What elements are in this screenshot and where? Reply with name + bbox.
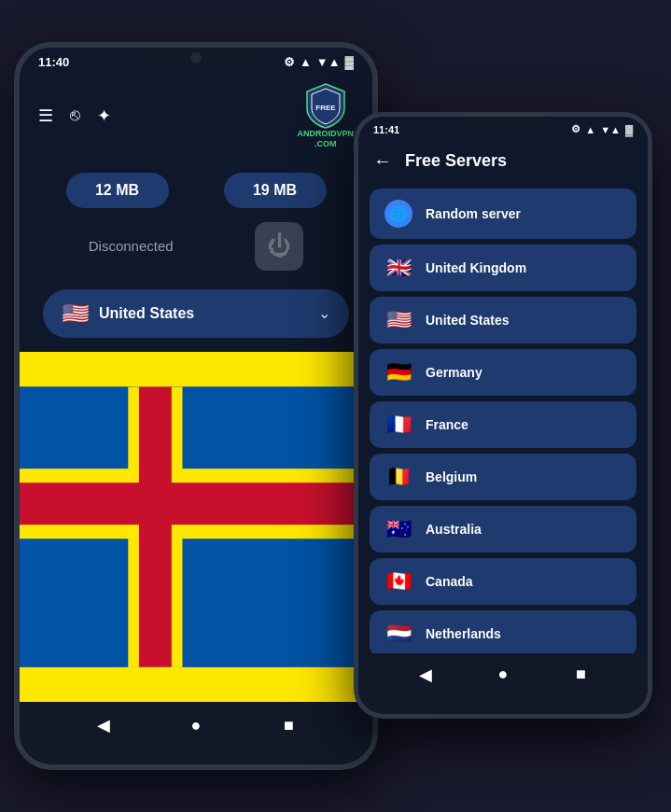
camera-left (190, 52, 202, 63)
server-item-ca[interactable]: 🇨🇦 Canada (370, 558, 636, 605)
selected-server-name: United States (99, 305, 194, 322)
app-header: ☰ ⎋ ✦ FREE ANDROIDVPN .COM (20, 73, 372, 159)
server-item-name-be: Belgium (426, 469, 477, 484)
signal-left: ▼▲ (316, 55, 341, 69)
svg-rect-6 (139, 386, 172, 666)
logo-text: ANDROIDVPN .COM (297, 129, 354, 149)
wifi-status-icon: ▲ (300, 55, 312, 69)
aland-flag-svg (20, 352, 372, 702)
signal-right: ▼▲ (600, 124, 621, 135)
selected-server-flag: 🇺🇸 (62, 301, 90, 327)
flag-de: 🇩🇪 (384, 360, 412, 385)
server-item-nl[interactable]: 🇳🇱 Netherlands (370, 610, 636, 653)
home-nav-left[interactable]: ● (185, 714, 207, 736)
server-item-fr[interactable]: 🇫🇷 France (370, 401, 636, 448)
battery-left: ▓ (345, 55, 354, 69)
upload-stat: 19 MB (224, 173, 327, 208)
server-item-name-uk: United Kingdom (426, 260, 526, 275)
back-nav-right[interactable]: ◀ (414, 664, 437, 686)
servers-title: Free Servers (405, 151, 507, 171)
header-icons: ☰ ⎋ ✦ (38, 105, 111, 126)
back-button-right[interactable]: ← (373, 150, 392, 172)
server-item-us[interactable]: 🇺🇸 United States (370, 297, 636, 343)
server-item-name-random: Random server (426, 206, 521, 221)
app-screen-left: ☰ ⎋ ✦ FREE ANDROIDVPN .COM 12 MB 19 MB (20, 73, 372, 749)
flag-ca: 🇨🇦 (384, 569, 412, 594)
phone-right: 11:41 ⚙ ▲ ▼▲ ▓ ← Free Servers 🌐 Random s… (354, 112, 652, 719)
connection-status: Disconnected (89, 238, 174, 254)
nav-bar-left: ◀ ● ■ (20, 702, 372, 749)
download-stat: 12 MB (66, 173, 169, 208)
power-button[interactable]: ⏻ (255, 222, 303, 271)
menu-icon[interactable]: ☰ (38, 105, 53, 126)
server-item-au[interactable]: 🇦🇺 Australia (370, 506, 636, 553)
flag-nl: 🇳🇱 (384, 622, 412, 646)
notch-right (461, 117, 545, 133)
server-item-name-nl: Netherlands (426, 626, 501, 641)
server-list: 🌐 Random server 🇬🇧 United Kingdom 🇺🇸 Uni… (358, 183, 648, 653)
recents-nav-right[interactable]: ■ (569, 664, 592, 686)
flag-us: 🇺🇸 (384, 308, 412, 332)
time-left: 11:40 (38, 55, 69, 69)
server-item-name-ca: Canada (426, 574, 473, 589)
servers-header: ← Free Servers (358, 139, 648, 183)
logo-area: FREE ANDROIDVPN .COM (297, 82, 354, 149)
server-item-uk[interactable]: 🇬🇧 United Kingdom (370, 245, 636, 291)
battery-right: ▓ (625, 124, 633, 135)
globe-icon: 🌐 (384, 200, 412, 228)
stats-row: 12 MB 19 MB (20, 159, 372, 217)
recents-nav-left[interactable]: ■ (277, 714, 300, 736)
power-icon: ⏻ (267, 231, 291, 260)
shield-logo: FREE (305, 82, 346, 129)
nav-bar-right: ◀ ● ■ (358, 653, 648, 695)
app-screen-right: ← Free Servers 🌐 Random server 🇬🇧 United… (358, 139, 648, 695)
home-nav-right[interactable]: ● (492, 664, 514, 686)
status-icons-left: ⚙ ▲ ▼▲ ▓ (284, 55, 354, 69)
flag-be: 🇧🇪 (384, 465, 412, 489)
star-icon[interactable]: ✦ (97, 105, 111, 126)
settings-status-icon-r: ⚙ (571, 123, 580, 135)
server-item-be[interactable]: 🇧🇪 Belgium (370, 454, 636, 500)
server-item-de[interactable]: 🇩🇪 Germany (370, 349, 636, 396)
time-right: 11:41 (373, 124, 399, 135)
chevron-down-icon: ⌄ (318, 304, 330, 322)
server-item-name-us: United States (426, 313, 509, 328)
server-item-name-de: Germany (426, 365, 482, 380)
flag-fr: 🇫🇷 (384, 413, 412, 437)
flag-display (20, 352, 372, 702)
back-nav-left[interactable]: ◀ (92, 714, 115, 736)
flag-au: 🇦🇺 (384, 517, 412, 541)
share-icon[interactable]: ⎋ (70, 105, 80, 125)
settings-status-icon: ⚙ (284, 55, 295, 69)
server-item-name-au: Australia (426, 522, 482, 537)
status-icons-right: ⚙ ▲ ▼▲ ▓ (571, 123, 633, 135)
server-item-name-fr: France (426, 417, 468, 432)
svg-rect-1 (20, 352, 372, 387)
connection-row: Disconnected ⏻ (20, 217, 372, 285)
svg-text:FREE: FREE (315, 104, 336, 112)
flag-uk: 🇬🇧 (384, 256, 412, 280)
server-left: 🇺🇸 United States (62, 301, 194, 327)
svg-rect-7 (20, 666, 372, 702)
wifi-status-icon-r: ▲ (585, 124, 595, 135)
phone-left: 11:40 ⚙ ▲ ▼▲ ▓ ☰ ⎋ ✦ FREE ANDROIDVP (14, 42, 378, 770)
svg-rect-5 (20, 483, 372, 525)
server-selector[interactable]: 🇺🇸 United States ⌄ (43, 289, 349, 338)
server-item-random[interactable]: 🌐 Random server (370, 189, 636, 239)
